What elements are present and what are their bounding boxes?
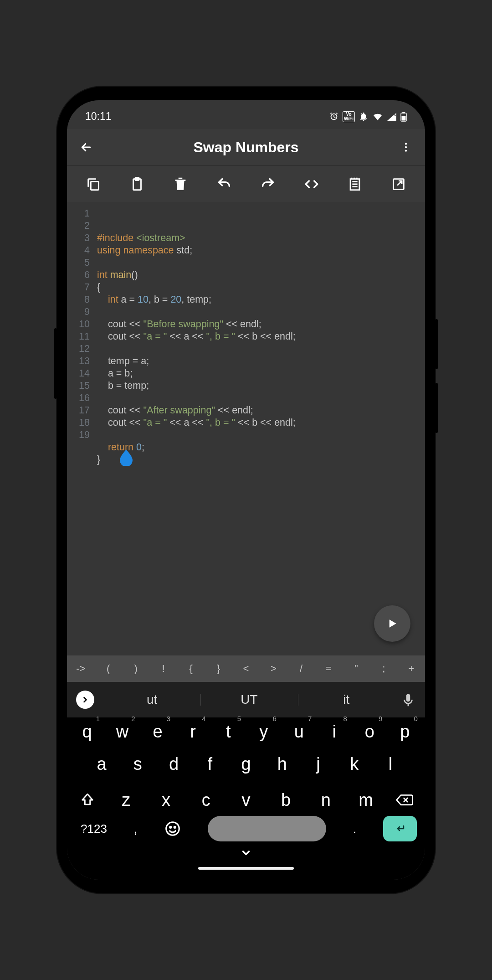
code-content[interactable]: #include <iostream>using namespace std; … <box>94 202 425 655</box>
copy-button[interactable] <box>82 173 104 195</box>
key-n[interactable]: n <box>312 790 339 810</box>
key-m[interactable]: m <box>352 790 379 810</box>
key-w[interactable]: w2 <box>109 722 136 742</box>
collapse-keyboard-button[interactable] <box>240 847 252 859</box>
code-line[interactable]: cout << "a = " << a << ", b = " << b << … <box>97 330 420 343</box>
copy-icon <box>86 176 101 192</box>
more-button[interactable] <box>395 136 417 158</box>
svg-rect-3 <box>402 116 406 121</box>
code-line[interactable]: cout << "After swapping" << endl; <box>97 404 420 417</box>
key-u[interactable]: u7 <box>285 722 313 742</box>
code-line[interactable] <box>97 343 420 355</box>
note-button[interactable] <box>344 173 366 195</box>
symbol-key[interactable]: ) <box>122 663 149 675</box>
code-line[interactable] <box>97 257 420 269</box>
key-j[interactable]: j <box>305 754 332 774</box>
key-e[interactable]: e3 <box>144 722 171 742</box>
key-h[interactable]: h <box>268 754 296 774</box>
code-line[interactable] <box>97 392 420 404</box>
key-v[interactable]: v <box>232 790 260 810</box>
volume-down-button[interactable] <box>435 383 438 433</box>
undo-button[interactable] <box>213 173 235 195</box>
code-line[interactable]: int a = 10, b = 20, temp; <box>97 294 420 306</box>
symbol-key[interactable]: / <box>287 663 315 675</box>
code-tags-button[interactable] <box>301 173 323 195</box>
key-z[interactable]: z <box>113 790 140 810</box>
key-b[interactable]: b <box>272 790 300 810</box>
mic-icon[interactable] <box>400 692 416 707</box>
power-button[interactable] <box>54 328 57 399</box>
nav-pill[interactable] <box>198 867 294 870</box>
suggestion-item[interactable]: UT <box>200 692 297 707</box>
code-line[interactable]: #include <iostream> <box>97 232 420 244</box>
line-number: 3 <box>67 232 90 244</box>
symbol-key[interactable]: > <box>260 663 287 675</box>
suggestion-item[interactable]: ut <box>103 692 200 707</box>
code-line[interactable]: temp = a; <box>97 355 420 367</box>
code-line[interactable] <box>97 429 420 441</box>
keyboard-row-2: asdfghjkl <box>73 754 419 774</box>
enter-key[interactable] <box>383 816 417 841</box>
code-line[interactable]: b = temp; <box>97 380 420 392</box>
key-d[interactable]: d <box>160 754 188 774</box>
symbol-key[interactable]: -> <box>67 663 94 675</box>
delete-button[interactable] <box>169 173 191 195</box>
code-editor[interactable]: 12345678910111213141516171819 #include <… <box>67 202 425 655</box>
code-line[interactable]: cout << "Before swapping" << endl; <box>97 318 420 330</box>
shift-icon <box>80 792 95 808</box>
symbol-key[interactable]: { <box>177 663 205 675</box>
symbol-key[interactable]: ! <box>149 663 177 675</box>
key-f[interactable]: f <box>196 754 224 774</box>
key-t[interactable]: t5 <box>215 722 242 742</box>
period-key[interactable]: . <box>353 821 356 836</box>
keyboard-row-3: zxcvbnm <box>73 787 419 813</box>
line-number: 5 <box>67 257 90 269</box>
key-l[interactable]: l <box>377 754 404 774</box>
emoji-key[interactable] <box>164 820 181 837</box>
code-line[interactable]: { <box>97 281 420 294</box>
space-key[interactable] <box>208 816 326 841</box>
paste-button[interactable] <box>126 173 148 195</box>
key-a[interactable]: a <box>88 754 115 774</box>
backspace-key[interactable] <box>390 787 419 813</box>
symbol-key[interactable]: " <box>343 663 370 675</box>
key-q[interactable]: q1 <box>73 722 101 742</box>
key-r[interactable]: r4 <box>179 722 207 742</box>
symbol-key[interactable]: ( <box>94 663 122 675</box>
code-line[interactable]: a = b; <box>97 367 420 380</box>
symbol-key[interactable]: ; <box>370 663 397 675</box>
cursor-handle[interactable] <box>92 437 105 454</box>
symbol-key[interactable]: } <box>205 663 232 675</box>
numeric-key[interactable]: ?123 <box>81 822 107 836</box>
back-button[interactable] <box>75 136 97 158</box>
suggestion-item[interactable]: it <box>298 692 395 707</box>
redo-button[interactable] <box>257 173 279 195</box>
signal-icon: x <box>387 112 397 121</box>
comma-key[interactable]: , <box>133 821 137 836</box>
symbol-key[interactable]: < <box>232 663 260 675</box>
line-number: 12 <box>67 343 90 355</box>
key-s[interactable]: s <box>124 754 151 774</box>
code-line[interactable]: } <box>97 454 420 466</box>
symbol-key[interactable]: + <box>398 663 425 675</box>
run-button[interactable] <box>374 605 410 642</box>
key-o[interactable]: o9 <box>356 722 383 742</box>
more-vert-icon <box>400 141 412 153</box>
shift-key[interactable] <box>73 787 102 813</box>
code-line[interactable]: using namespace std; <box>97 244 420 257</box>
key-i[interactable]: i8 <box>321 722 348 742</box>
symbol-key[interactable]: = <box>315 663 342 675</box>
key-y[interactable]: y6 <box>250 722 277 742</box>
code-line[interactable] <box>97 306 420 318</box>
key-g[interactable]: g <box>232 754 260 774</box>
expand-suggestions-button[interactable] <box>76 691 94 709</box>
code-line[interactable]: return 0; <box>97 441 420 454</box>
key-k[interactable]: k <box>341 754 368 774</box>
code-line[interactable]: int main() <box>97 269 420 281</box>
code-line[interactable]: cout << "a = " << a << ", b = " << b << … <box>97 417 420 429</box>
key-c[interactable]: c <box>192 790 220 810</box>
open-external-button[interactable] <box>388 173 410 195</box>
key-p[interactable]: p0 <box>391 722 419 742</box>
volume-up-button[interactable] <box>435 319 438 369</box>
key-x[interactable]: x <box>153 790 180 810</box>
